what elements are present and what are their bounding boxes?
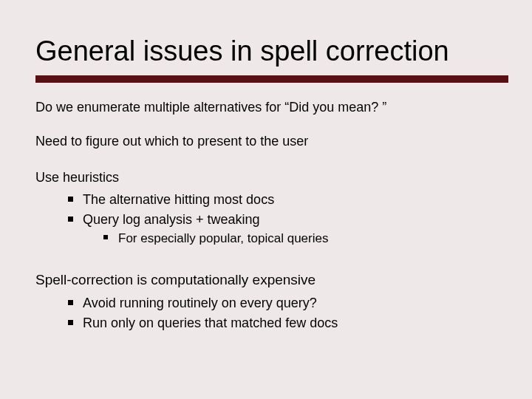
list-item: Run only on queries that matched few doc… [35,315,502,332]
paragraph-heuristics: Use heuristics [35,169,502,186]
list-item: Avoid running routinely on every query? [35,295,502,312]
list-item: For especially popular, topical queries [83,231,502,246]
title-underline [35,75,508,83]
spacer [35,250,502,271]
paragraph-figure-out: Need to figure out which to present to t… [35,133,502,150]
bullet-text: The alternative hitting most docs [83,192,274,207]
heuristics-list: The alternative hitting most docs Query … [35,191,502,246]
bullet-text: For especially popular, topical queries [118,231,328,245]
slide-body: Do we enumerate multiple alternatives fo… [35,99,502,332]
bullet-text: Run only on queries that matched few doc… [83,316,338,330]
cost-list: Avoid running routinely on every query? … [35,295,502,331]
slide: General issues in spell correction Do we… [0,0,532,399]
slide-title: General issues in spell correction [35,35,502,68]
heuristics-sublist: For especially popular, topical queries [83,231,502,246]
bullet-text: Query log analysis + tweaking [83,212,260,227]
paragraph-enumerate: Do we enumerate multiple alternatives fo… [35,99,502,116]
list-item: The alternative hitting most docs [35,191,502,208]
paragraph-expensive: Spell-correction is computationally expe… [35,271,502,289]
bullet-text: Avoid running routinely on every query? [83,296,317,310]
list-item: Query log analysis + tweaking For especi… [35,211,502,247]
